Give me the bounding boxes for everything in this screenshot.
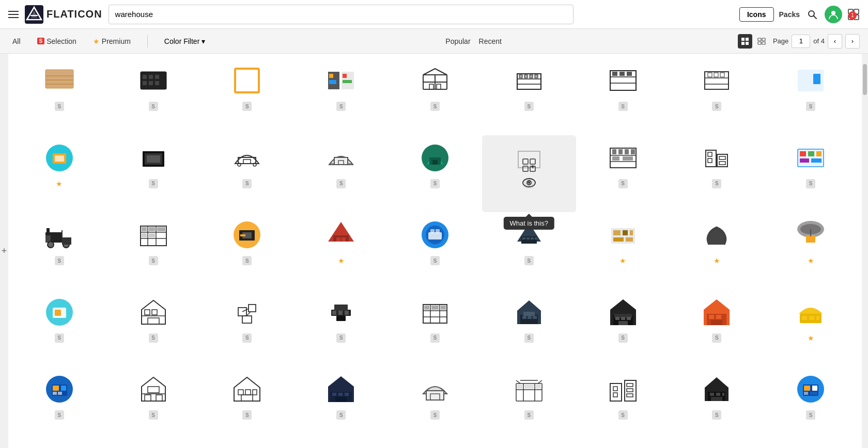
icon-cell[interactable]: S <box>670 135 764 213</box>
icon-cell[interactable]: S <box>388 58 482 135</box>
icon-badge: ★ <box>805 333 816 343</box>
svg-rect-189 <box>522 316 526 319</box>
prev-page-button[interactable]: ‹ <box>828 34 842 49</box>
popular-tab[interactable]: Popular <box>445 35 470 47</box>
search-bar[interactable] <box>109 5 574 24</box>
icon-badge: ★ <box>618 255 628 266</box>
icon-image <box>512 295 547 330</box>
icon-cell[interactable]: S <box>200 212 295 290</box>
icon-cell[interactable]: S <box>12 290 106 367</box>
preview-icon[interactable] <box>522 177 536 189</box>
icon-cell-hovered[interactable]: What is this? S <box>482 135 576 213</box>
icon-cell[interactable]: S <box>106 366 200 444</box>
svg-rect-76 <box>330 164 333 165</box>
icon-cell[interactable]: S <box>294 58 388 135</box>
icon-cell[interactable]: S <box>388 366 482 444</box>
next-page-button[interactable]: › <box>845 34 860 49</box>
icon-cell[interactable]: S <box>200 366 295 444</box>
icon-image <box>229 63 265 98</box>
user-menu[interactable] <box>825 6 842 23</box>
icon-cell[interactable]: S <box>482 290 576 367</box>
icon-cell[interactable]: ★ <box>576 212 670 290</box>
tab-premium[interactable]: ★ Premium <box>89 35 135 47</box>
main-content: + S S S <box>0 54 868 448</box>
icon-cell[interactable]: S <box>388 290 482 367</box>
page-number-input[interactable] <box>792 35 810 48</box>
icon-cell[interactable]: S <box>576 366 670 444</box>
icon-image <box>229 140 265 175</box>
icon-image <box>699 372 734 407</box>
icon-cell[interactable]: ★ <box>764 212 858 290</box>
icon-cell[interactable]: S <box>12 366 106 444</box>
list-view-button[interactable] <box>754 34 769 49</box>
icon-cell[interactable]: S <box>200 135 295 213</box>
icon-cell[interactable]: S <box>106 58 200 135</box>
icon-cell[interactable]: S <box>670 366 764 444</box>
icon-cell[interactable]: S <box>576 58 670 135</box>
icon-cell[interactable]: S <box>200 290 295 367</box>
icon-badge: S <box>336 179 346 189</box>
svg-rect-97 <box>631 149 635 154</box>
scrollbar-track[interactable] <box>862 54 868 448</box>
tab-selection[interactable]: S Selection <box>33 35 81 47</box>
icon-cell[interactable]: S <box>764 366 858 444</box>
icon-badge: S <box>242 179 252 189</box>
icon-cell[interactable]: S <box>764 135 858 213</box>
what-is-this-tooltip: What is this? <box>504 217 554 230</box>
color-filter[interactable]: Color Filter ▾ <box>160 35 209 47</box>
icon-cell[interactable]: S <box>388 212 482 290</box>
icon-cell[interactable]: S <box>294 290 388 367</box>
icon-cell[interactable]: ★ <box>670 212 764 290</box>
icon-cell[interactable]: S <box>482 58 576 135</box>
icon-cell[interactable]: ★ <box>764 290 858 367</box>
scrollbar-thumb[interactable] <box>863 64 867 95</box>
svg-rect-59 <box>708 73 712 77</box>
svg-rect-218 <box>156 395 162 401</box>
side-panel-toggle[interactable]: + <box>0 54 8 448</box>
icon-image <box>42 217 77 252</box>
icon-badge: S <box>242 101 252 111</box>
icon-cell[interactable]: S <box>106 135 200 213</box>
icon-cell[interactable]: S <box>576 290 670 367</box>
icon-cell[interactable]: S <box>106 212 200 290</box>
search-button[interactable] <box>805 7 819 22</box>
notifications[interactable]: 1 <box>847 8 860 21</box>
grid-view-button[interactable] <box>738 34 752 49</box>
icon-cell[interactable]: S <box>576 135 670 213</box>
svg-point-115 <box>48 242 54 248</box>
icon-cell[interactable]: S <box>482 366 576 444</box>
recent-tab[interactable]: Recent <box>479 35 502 47</box>
svg-rect-227 <box>332 393 336 396</box>
icon-cell[interactable]: S <box>12 58 106 135</box>
icon-cell[interactable]: ★ <box>12 135 106 213</box>
svg-rect-196 <box>615 317 619 320</box>
svg-rect-34 <box>329 80 336 84</box>
search-input[interactable] <box>115 10 567 19</box>
logo[interactable]: FLATICON <box>25 5 102 24</box>
icon-image <box>323 372 359 407</box>
hamburger-menu[interactable] <box>8 11 19 18</box>
svg-rect-23 <box>141 72 166 89</box>
svg-rect-12 <box>746 38 749 41</box>
add-to-collection-icon[interactable] <box>522 158 536 172</box>
icon-cell[interactable]: S <box>388 135 482 213</box>
svg-point-90 <box>528 182 530 184</box>
icon-cell[interactable]: S <box>764 58 858 135</box>
icon-cell[interactable]: S <box>670 58 764 135</box>
icon-cell[interactable]: S <box>200 58 295 135</box>
svg-rect-111 <box>800 158 809 163</box>
tab-all[interactable]: All <box>8 35 25 47</box>
icon-cell[interactable]: S <box>294 366 388 444</box>
svg-rect-84 <box>523 166 528 171</box>
svg-rect-152 <box>623 230 628 235</box>
icons-button[interactable]: Icons <box>739 7 774 22</box>
icon-cell[interactable]: ★ <box>294 212 388 290</box>
svg-rect-141 <box>430 229 435 233</box>
svg-rect-36 <box>343 80 352 83</box>
svg-rect-255 <box>711 397 722 401</box>
packs-button[interactable]: Packs <box>779 10 800 19</box>
icon-cell[interactable]: S <box>106 290 200 367</box>
icon-cell[interactable]: S <box>294 135 388 213</box>
icon-cell[interactable]: S <box>12 212 106 290</box>
icon-cell[interactable]: S <box>670 290 764 367</box>
